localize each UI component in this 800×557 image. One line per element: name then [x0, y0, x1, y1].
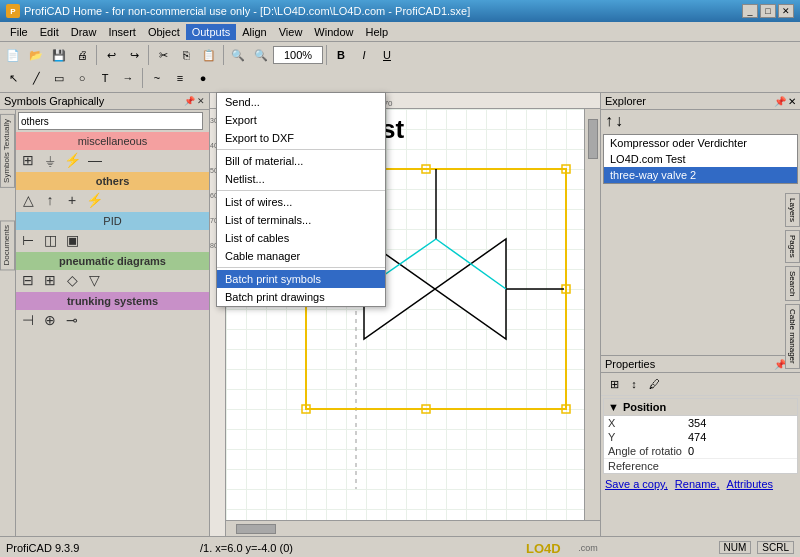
sym-pneu3[interactable]: ◇	[64, 272, 80, 288]
tb-circle[interactable]: ○	[71, 67, 93, 89]
menu-cable-manager[interactable]: Cable manager	[217, 247, 385, 265]
menu-insert[interactable]: Insert	[102, 24, 142, 40]
tab-pages[interactable]: Pages	[785, 230, 800, 263]
menu-export[interactable]: Export	[217, 111, 385, 129]
tb-redo[interactable]: ↪	[123, 44, 145, 66]
sym-pneu1[interactable]: ⊟	[20, 272, 36, 288]
sym-dash[interactable]: —	[87, 152, 103, 168]
close-btn[interactable]: ✕	[778, 4, 794, 18]
sym-pid1[interactable]: ⊢	[20, 232, 36, 248]
scrollbar-thumb-v[interactable]	[588, 119, 598, 159]
sym-cross[interactable]: +	[64, 192, 80, 208]
panel-icons[interactable]: 📌 ✕	[184, 96, 205, 106]
title-buttons[interactable]: _ □ ✕	[742, 4, 794, 18]
scrollbar-thumb-h[interactable]	[236, 524, 276, 534]
maximize-btn[interactable]: □	[760, 4, 776, 18]
menu-export-dxf[interactable]: Export to DXF	[217, 129, 385, 147]
sym-trunk1[interactable]: ⊣	[20, 312, 36, 328]
panel-pin-icon[interactable]: 📌	[184, 96, 195, 106]
props-btn1[interactable]: ⊞	[605, 375, 623, 393]
sym-trunk2[interactable]: ⊕	[42, 312, 58, 328]
props-btn2[interactable]: ↕	[625, 375, 643, 393]
search-input[interactable]	[18, 112, 203, 130]
tab-search[interactable]: Search	[785, 266, 800, 301]
menu-outputs[interactable]: Outputs	[186, 24, 237, 40]
tb-new[interactable]: 📄	[2, 44, 24, 66]
tb-undo[interactable]: ↩	[100, 44, 122, 66]
menu-batch-print-drawings[interactable]: Batch print drawings	[217, 288, 385, 306]
tb-select[interactable]: ↖	[2, 67, 24, 89]
menu-list-cables[interactable]: List of cables	[217, 229, 385, 247]
tb-zoom-out[interactable]: 🔍	[250, 44, 272, 66]
menu-bill[interactable]: Bill of material...	[217, 152, 385, 170]
rename-link[interactable]: Rename,	[675, 478, 720, 490]
menu-window[interactable]: Window	[308, 24, 359, 40]
sym-pneu4[interactable]: ▽	[86, 272, 102, 288]
tab-layers[interactable]: Layers	[785, 193, 800, 227]
menu-draw[interactable]: Draw	[65, 24, 103, 40]
menu-edit[interactable]: Edit	[34, 24, 65, 40]
sym-earth[interactable]: ⏚	[42, 152, 58, 168]
tb-save[interactable]: 💾	[48, 44, 70, 66]
tab-cable-manager[interactable]: Cable manager	[785, 304, 800, 369]
tb-junction[interactable]: ●	[192, 67, 214, 89]
sym-pneu2[interactable]: ⊞	[42, 272, 58, 288]
sym-grid[interactable]: ⊞	[20, 152, 36, 168]
tb-print[interactable]: 🖨	[71, 44, 93, 66]
menu-list-wires[interactable]: List of wires...	[217, 193, 385, 211]
scrollbar-vertical[interactable]	[584, 109, 600, 520]
toolbar-row-1: 📄 📂 💾 🖨 ↩ ↪ ✂ ⎘ 📋 🔍 🔍 B I U	[2, 44, 798, 66]
scrollbar-horizontal[interactable]	[226, 520, 600, 536]
menu-align[interactable]: Align	[236, 24, 272, 40]
right-side-tabs: Layers Pages Search Cable manager	[785, 193, 800, 369]
tb-arrow[interactable]: →	[117, 67, 139, 89]
toolbar-area: 📄 📂 💾 🖨 ↩ ↪ ✂ ⎘ 📋 🔍 🔍 B I U ↖ ╱ ▭ ○ T → …	[0, 42, 800, 93]
tb-open[interactable]: 📂	[25, 44, 47, 66]
zoom-input[interactable]	[273, 46, 323, 64]
minimize-btn[interactable]: _	[742, 4, 758, 18]
sym-lightning[interactable]: ⚡	[86, 192, 103, 208]
menu-file[interactable]: File	[4, 24, 34, 40]
explorer-item-kompressor[interactable]: Kompressor oder Verdichter	[604, 135, 797, 151]
tb-underline[interactable]: U	[376, 44, 398, 66]
menu-object[interactable]: Object	[142, 24, 186, 40]
menu-list-terminals[interactable]: List of terminals...	[217, 211, 385, 229]
props-position-header[interactable]: ▼Position	[604, 399, 797, 416]
sym-antenna[interactable]: ⚡	[64, 152, 81, 168]
sym-trunk3[interactable]: ⊸	[64, 312, 80, 328]
save-copy-link[interactable]: Save a copy,	[605, 478, 668, 490]
tb-paste[interactable]: 📋	[198, 44, 220, 66]
tb-copy[interactable]: ⎘	[175, 44, 197, 66]
tb-italic[interactable]: I	[353, 44, 375, 66]
explorer-close-icon[interactable]: ✕	[788, 96, 796, 107]
tb-rect[interactable]: ▭	[48, 67, 70, 89]
menu-netlist[interactable]: Netlist...	[217, 170, 385, 188]
sym-pid3[interactable]: ▣	[64, 232, 80, 248]
menu-batch-print-symbols[interactable]: Batch print symbols	[217, 270, 385, 288]
tb-sep-3	[223, 45, 224, 65]
menu-send[interactable]: Send...	[217, 93, 385, 111]
attributes-link[interactable]: Attributes	[727, 478, 773, 490]
explorer-item-valve[interactable]: three-way valve 2	[604, 167, 797, 183]
explorer-item-lo4d[interactable]: LO4D.com Test	[604, 151, 797, 167]
sym-pid2[interactable]: ◫	[42, 232, 58, 248]
menu-help[interactable]: Help	[359, 24, 394, 40]
tb-line[interactable]: ╱	[25, 67, 47, 89]
explorer-down-icon[interactable]: ↓	[615, 112, 623, 130]
sym-angle[interactable]: △	[20, 192, 36, 208]
tab-documents[interactable]: Documents	[0, 220, 15, 270]
tb-zoom-in[interactable]: 🔍	[227, 44, 249, 66]
panel-close-icon[interactable]: ✕	[197, 96, 205, 106]
tb-sep-1	[96, 45, 97, 65]
tb-text[interactable]: T	[94, 67, 116, 89]
tb-bus[interactable]: ≡	[169, 67, 191, 89]
explorer-pin-icon[interactable]: 📌	[774, 96, 786, 107]
tab-symbols-textually[interactable]: Symbols Textually	[0, 114, 15, 188]
menu-view[interactable]: View	[273, 24, 309, 40]
tb-bold[interactable]: B	[330, 44, 352, 66]
tb-wire[interactable]: ~	[146, 67, 168, 89]
props-btn3[interactable]: 🖊	[645, 375, 663, 393]
tb-cut[interactable]: ✂	[152, 44, 174, 66]
explorer-up-icon[interactable]: ↑	[605, 112, 613, 130]
sym-arrow-up[interactable]: ↑	[42, 192, 58, 208]
